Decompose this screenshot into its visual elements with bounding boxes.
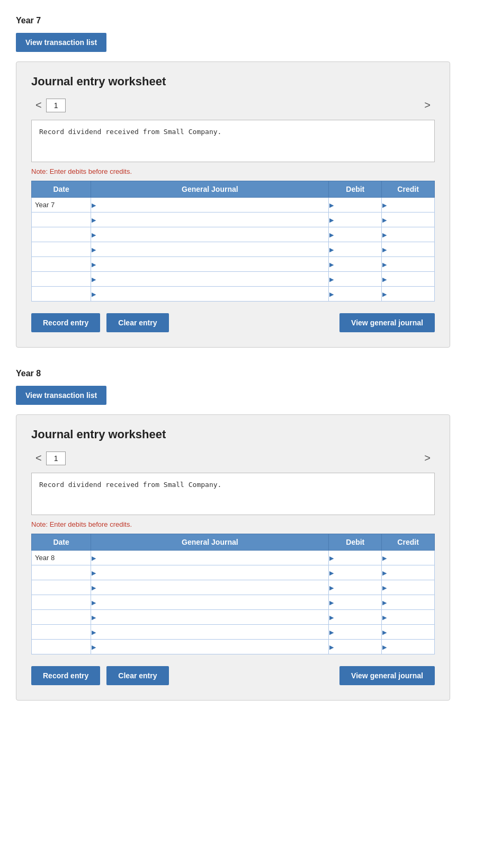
credit-input-y7-1[interactable] <box>382 212 434 227</box>
next-arrow-year7[interactable]: > <box>420 98 435 112</box>
journal-input-y8-5[interactable] <box>91 625 328 639</box>
debit-cell-y7-2[interactable]: ▶ <box>329 227 382 242</box>
journal-input-y7-3[interactable] <box>91 242 328 256</box>
credit-cell-y8-3[interactable]: ▶ <box>382 595 435 610</box>
credit-cell-y7-2[interactable]: ▶ <box>382 227 435 242</box>
journal-cell-y7-4[interactable]: ▶ <box>91 257 329 272</box>
debit-cell-y7-5[interactable]: ▶ <box>329 272 382 287</box>
credit-input-y8-6[interactable] <box>382 640 434 654</box>
journal-cell-y8-3[interactable]: ▶ <box>91 595 329 610</box>
debit-cell-y8-6[interactable]: ▶ <box>329 640 382 654</box>
debit-input-y8-6[interactable] <box>329 640 381 654</box>
credit-cell-y8-4[interactable]: ▶ <box>382 610 435 625</box>
description-year8: Record dividend received from Small Comp… <box>31 473 435 515</box>
credit-input-y7-4[interactable] <box>382 257 434 271</box>
debit-input-y8-2[interactable] <box>329 580 381 595</box>
journal-input-y8-0[interactable] <box>91 551 328 565</box>
debit-input-y8-1[interactable] <box>329 565 381 580</box>
debit-cell-y8-4[interactable]: ▶ <box>329 610 382 625</box>
debit-cell-y7-1[interactable]: ▶ <box>329 212 382 227</box>
debit-input-y7-1[interactable] <box>329 212 381 227</box>
journal-cell-y7-1[interactable]: ▶ <box>91 212 329 227</box>
journal-cell-y8-5[interactable]: ▶ <box>91 625 329 640</box>
credit-input-y8-5[interactable] <box>382 625 434 639</box>
debit-input-y7-0[interactable] <box>329 198 381 212</box>
credit-input-y7-0[interactable] <box>382 198 434 212</box>
credit-cell-y7-4[interactable]: ▶ <box>382 257 435 272</box>
journal-cell-y7-0[interactable]: ▶ <box>91 198 329 212</box>
journal-cell-y7-2[interactable]: ▶ <box>91 227 329 242</box>
journal-input-y7-4[interactable] <box>91 257 328 271</box>
credit-cell-y7-6[interactable]: ▶ <box>382 287 435 302</box>
debit-input-y7-5[interactable] <box>329 272 381 286</box>
credit-cell-y8-2[interactable]: ▶ <box>382 580 435 595</box>
debit-cell-y8-1[interactable]: ▶ <box>329 565 382 580</box>
journal-input-y8-4[interactable] <box>91 610 328 624</box>
journal-input-y8-3[interactable] <box>91 595 328 609</box>
credit-input-y8-2[interactable] <box>382 580 434 595</box>
credit-input-y8-1[interactable] <box>382 565 434 580</box>
credit-cell-y8-6[interactable]: ▶ <box>382 640 435 654</box>
debit-cell-y7-4[interactable]: ▶ <box>329 257 382 272</box>
journal-cell-y7-6[interactable]: ▶ <box>91 287 329 302</box>
credit-cell-y8-1[interactable]: ▶ <box>382 565 435 580</box>
debit-input-y7-6[interactable] <box>329 287 381 301</box>
debit-cell-y8-5[interactable]: ▶ <box>329 625 382 640</box>
journal-input-y8-2[interactable] <box>91 580 328 595</box>
journal-cell-y8-6[interactable]: ▶ <box>91 640 329 654</box>
journal-input-y7-5[interactable] <box>91 272 328 286</box>
view-transaction-button-year8[interactable]: View transaction list <box>16 386 106 405</box>
prev-arrow-year8[interactable]: < <box>31 451 46 465</box>
next-arrow-year8[interactable]: > <box>420 451 435 465</box>
debit-cell-y7-6[interactable]: ▶ <box>329 287 382 302</box>
journal-cell-y7-5[interactable]: ▶ <box>91 272 329 287</box>
journal-input-y7-6[interactable] <box>91 287 328 301</box>
credit-cell-y7-1[interactable]: ▶ <box>382 212 435 227</box>
debit-cell-y8-0[interactable]: ▶ <box>329 551 382 565</box>
credit-input-y7-3[interactable] <box>382 242 434 256</box>
journal-input-y8-1[interactable] <box>91 565 328 580</box>
credit-cell-y7-0[interactable]: ▶ <box>382 198 435 212</box>
credit-input-y7-5[interactable] <box>382 272 434 286</box>
debit-input-y8-5[interactable] <box>329 625 381 639</box>
date-cell-y7-4 <box>32 257 91 272</box>
journal-cell-y8-0[interactable]: ▶ <box>91 551 329 565</box>
credit-input-y7-2[interactable] <box>382 227 434 242</box>
debit-input-y8-4[interactable] <box>329 610 381 624</box>
journal-cell-y8-1[interactable]: ▶ <box>91 565 329 580</box>
view-transaction-button-year7[interactable]: View transaction list <box>16 33 106 52</box>
debit-cell-y7-3[interactable]: ▶ <box>329 242 382 257</box>
clear-entry-button-year8[interactable]: Clear entry <box>106 666 168 685</box>
journal-input-y8-6[interactable] <box>91 640 328 654</box>
credit-cell-y7-5[interactable]: ▶ <box>382 272 435 287</box>
debit-input-y8-0[interactable] <box>329 551 381 565</box>
credit-input-y8-0[interactable] <box>382 551 434 565</box>
debit-input-y8-3[interactable] <box>329 595 381 609</box>
journal-input-y7-0[interactable] <box>91 198 328 212</box>
credit-input-y7-6[interactable] <box>382 287 434 301</box>
credit-cell-y7-3[interactable]: ▶ <box>382 242 435 257</box>
view-general-journal-button-year8[interactable]: View general journal <box>339 666 435 685</box>
debit-cell-y8-3[interactable]: ▶ <box>329 595 382 610</box>
journal-table-year8: Date General Journal Debit Credit Year 8… <box>31 534 435 654</box>
debit-input-y7-3[interactable] <box>329 242 381 256</box>
view-general-journal-button-year7[interactable]: View general journal <box>339 313 435 332</box>
journal-cell-y7-3[interactable]: ▶ <box>91 242 329 257</box>
credit-cell-y8-5[interactable]: ▶ <box>382 625 435 640</box>
debit-cell-y7-0[interactable]: ▶ <box>329 198 382 212</box>
credit-cell-y8-0[interactable]: ▶ <box>382 551 435 565</box>
prev-arrow-year7[interactable]: < <box>31 98 46 112</box>
record-entry-button-year8[interactable]: Record entry <box>31 666 100 685</box>
clear-entry-button-year7[interactable]: Clear entry <box>106 313 168 332</box>
credit-input-y8-3[interactable] <box>382 595 434 609</box>
journal-input-y7-1[interactable] <box>91 212 328 227</box>
journal-cell-y8-4[interactable]: ▶ <box>91 610 329 625</box>
journal-input-y7-2[interactable] <box>91 227 328 242</box>
debit-input-y7-4[interactable] <box>329 257 381 271</box>
record-entry-button-year7[interactable]: Record entry <box>31 313 100 332</box>
debit-cell-y8-2[interactable]: ▶ <box>329 580 382 595</box>
entry-arrow-icon: ▶ <box>382 201 387 208</box>
debit-input-y7-2[interactable] <box>329 227 381 242</box>
journal-cell-y8-2[interactable]: ▶ <box>91 580 329 595</box>
credit-input-y8-4[interactable] <box>382 610 434 624</box>
